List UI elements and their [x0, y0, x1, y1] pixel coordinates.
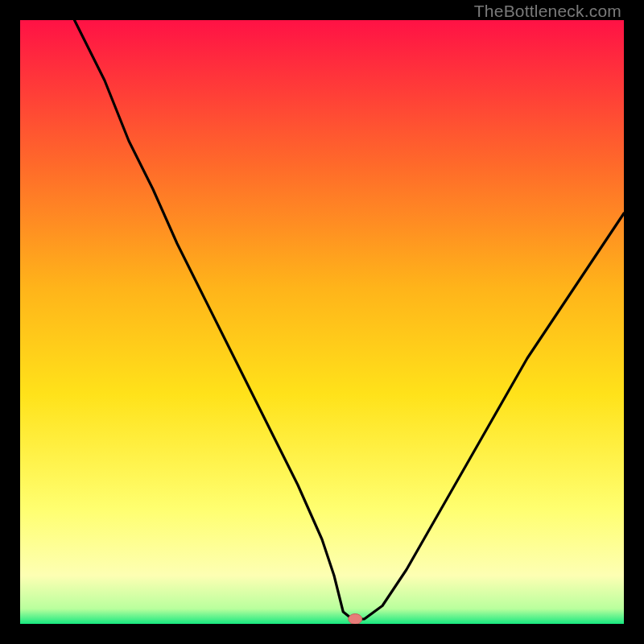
optimal-point-marker	[349, 614, 362, 625]
bottleneck-chart	[20, 20, 624, 624]
chart-frame	[20, 20, 624, 624]
watermark-text: TheBottleneck.com	[474, 2, 621, 21]
gradient-background	[20, 20, 624, 624]
